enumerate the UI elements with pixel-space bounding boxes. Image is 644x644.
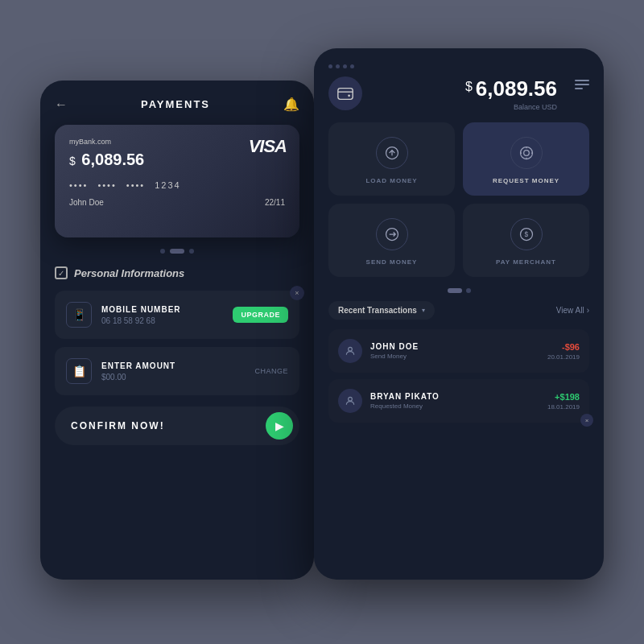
right-top-bar bbox=[328, 64, 589, 68]
chevron-down-icon: ▾ bbox=[422, 307, 425, 314]
pay-merchant-icon: $ bbox=[510, 218, 543, 250]
section-header: ✓ Personal Informations bbox=[55, 266, 299, 279]
bell-icon[interactable]: 🔔 bbox=[283, 97, 299, 112]
card-expiry: 22/11 bbox=[265, 198, 285, 207]
confirm-button[interactable]: CONFIRM NOW! ▶ bbox=[55, 407, 299, 445]
menu-icon[interactable] bbox=[575, 76, 589, 89]
pay-merchant-tile[interactable]: $ PAY MERCHANT bbox=[463, 204, 589, 277]
balance-block: $ 6,089.56 Balance USD bbox=[380, 76, 557, 111]
right-slide-dots bbox=[328, 288, 589, 293]
svg-point-8 bbox=[349, 347, 353, 351]
mobile-label: MOBILE NUMBER bbox=[101, 305, 223, 314]
enter-amount-card: 📋 ENTER AMOUNT $00.00 CHANGE bbox=[55, 347, 299, 395]
john-doe-type: Send Money bbox=[370, 353, 539, 360]
view-all-button[interactable]: View All › bbox=[556, 306, 589, 315]
recent-transactions-button[interactable]: Recent Transactions ▾ bbox=[328, 301, 435, 320]
svg-point-1 bbox=[348, 94, 350, 97]
load-money-tile[interactable]: LOAD MONEY bbox=[328, 122, 455, 196]
right-screen: $ 6,089.56 Balance USD LOAD bbox=[314, 48, 604, 580]
svg-point-3 bbox=[520, 147, 532, 159]
bryan-type: Requested Money bbox=[370, 402, 539, 410]
load-money-label: LOAD MONEY bbox=[365, 177, 417, 184]
close-mobile-button[interactable]: × bbox=[290, 286, 304, 300]
transaction-row-john-doe: JOHN DOE Send Money -$96 20.01.2019 bbox=[328, 329, 589, 373]
bryan-name: BRYAN PIKATO bbox=[370, 392, 539, 401]
send-money-icon bbox=[376, 218, 408, 250]
john-doe-name: JOHN DOE bbox=[370, 342, 539, 351]
send-money-label: SEND MONEY bbox=[366, 258, 418, 266]
change-button[interactable]: CHANGE bbox=[254, 367, 288, 375]
send-money-tile[interactable]: SEND MONEY bbox=[328, 204, 455, 277]
slide-dots bbox=[55, 249, 299, 254]
john-doe-date: 20.01.2019 bbox=[547, 353, 580, 361]
dollar-sign: $ bbox=[465, 80, 473, 94]
page-title: PAYMENTS bbox=[141, 98, 210, 110]
balance-label: Balance USD bbox=[380, 103, 557, 111]
close-bryan-button[interactable]: × bbox=[580, 414, 593, 427]
svg-point-4 bbox=[523, 151, 529, 156]
svg-point-9 bbox=[349, 397, 353, 401]
request-money-icon bbox=[510, 137, 543, 169]
tx-icon-john bbox=[338, 339, 362, 363]
amount-value: $00.00 bbox=[101, 373, 245, 382]
confirm-arrow-icon: ▶ bbox=[266, 412, 293, 440]
action-grid: LOAD MONEY REQUEST MONEY bbox=[328, 122, 589, 277]
bryan-amount: +$198 bbox=[547, 392, 580, 402]
left-top-bar: ← PAYMENTS 🔔 bbox=[55, 97, 299, 112]
checkbox-icon[interactable]: ✓ bbox=[55, 266, 68, 279]
amount-label: ENTER AMOUNT bbox=[101, 361, 245, 370]
load-money-icon bbox=[376, 137, 408, 169]
request-money-label: REQUEST MONEY bbox=[493, 177, 559, 184]
section-title: Personal Informations bbox=[74, 267, 184, 279]
balance-header: $ 6,089.56 Balance USD bbox=[328, 76, 589, 111]
bryan-date: 18.01.2019 bbox=[547, 403, 580, 411]
mobile-value: 06 18 58 92 68 bbox=[101, 316, 223, 325]
visa-logo: VISA bbox=[249, 136, 287, 157]
john-doe-amount: -$96 bbox=[547, 342, 580, 352]
balance-value: 6,089.56 bbox=[476, 76, 557, 101]
recent-tx-label: Recent Transactions bbox=[338, 306, 417, 315]
request-money-tile[interactable]: REQUEST MONEY bbox=[463, 122, 589, 196]
wallet-icon bbox=[328, 76, 362, 110]
svg-rect-0 bbox=[338, 89, 353, 100]
left-screen: ← PAYMENTS 🔔 myBank.com VISA $ 6,089.56 … bbox=[40, 80, 314, 580]
confirm-label: CONFIRM NOW! bbox=[71, 420, 165, 431]
tx-icon-bryan bbox=[338, 389, 362, 413]
mobile-icon: 📱 bbox=[66, 302, 92, 328]
transaction-row-bryan: BRYAN PIKATO Requested Money +$198 18.01… bbox=[328, 379, 589, 423]
mobile-number-card: 📱 MOBILE NUMBER 06 18 58 92 68 UPGRADE × bbox=[55, 291, 299, 339]
visa-card: myBank.com VISA $ 6,089.56 •••• •••• •••… bbox=[55, 125, 299, 237]
svg-text:$: $ bbox=[524, 230, 528, 238]
amount-icon: 📋 bbox=[66, 358, 92, 384]
transactions-header: Recent Transactions ▾ View All › bbox=[328, 301, 589, 320]
card-holder: John Doe bbox=[69, 198, 104, 207]
pay-merchant-label: PAY MERCHANT bbox=[496, 258, 556, 266]
upgrade-button[interactable]: UPGRADE bbox=[233, 307, 288, 323]
card-number-row: •••• •••• •••• 1234 bbox=[69, 180, 285, 190]
back-button[interactable]: ← bbox=[55, 97, 68, 112]
